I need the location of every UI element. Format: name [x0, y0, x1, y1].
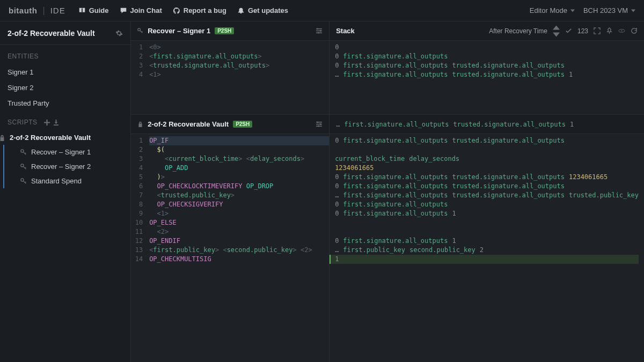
vm-dropdown[interactable]: BCH 2023 VM	[583, 6, 635, 14]
stack-row: 1234061665	[335, 164, 639, 173]
header-links: GuideJoin ChatReport a bugGet updates	[78, 6, 288, 14]
svg-point-5	[320, 30, 321, 32]
lock-script-editor: 2-of-2 Recoverable Vault P2SH 1234567891…	[131, 115, 330, 362]
scenario-label[interactable]: After Recovery Time	[489, 27, 547, 35]
editor-mode-dropdown[interactable]: Editor Mode	[530, 6, 575, 14]
scripts-label-text: SCRIPTS	[8, 119, 38, 126]
stack-header: Stack After Recovery Time 123	[330, 21, 644, 41]
key-icon	[20, 164, 27, 170]
project-title-row: 2-of-2 Recoverable Vault	[0, 21, 130, 45]
entities-section-label: ENTITIES	[0, 45, 130, 64]
vm-label: BCH 2023 VM	[583, 6, 628, 14]
entity-item[interactable]: Signer 1	[0, 64, 130, 80]
stack-viewer: Stack After Recovery Time 123	[330, 21, 644, 114]
svg-point-4	[317, 28, 318, 29]
stack-count: 123	[577, 27, 588, 35]
bell-icon	[237, 7, 245, 14]
project-title: 2-of-2 Recoverable Vault	[8, 29, 115, 38]
lock-script-title: 2-of-2 Recoverable Vault	[148, 120, 229, 128]
download-icon[interactable]	[53, 120, 59, 125]
stack-row: … first.signature.all_outputs trusted.si…	[335, 191, 639, 200]
logo: bitauth	[9, 6, 38, 15]
link-icon[interactable]	[618, 27, 625, 34]
editor-area: Recover – Signer 1 P2SH 1234 <0><first.s…	[131, 21, 644, 362]
svg-point-6	[318, 32, 319, 34]
main-layout: 2-of-2 Recoverable Vault ENTITIES Signer…	[0, 21, 644, 362]
header-link-guide[interactable]: Guide	[78, 6, 109, 14]
editor-mode-label: Editor Mode	[530, 6, 567, 14]
entity-item[interactable]: Trusted Party	[0, 95, 130, 111]
script-parent-item[interactable]: 2-of-2 Recoverable Vault	[0, 130, 130, 145]
unlock-script-title: Recover – Signer 1	[148, 27, 210, 35]
expand-icon[interactable]	[594, 27, 601, 34]
plus-icon[interactable]	[44, 120, 50, 125]
unlock-script-editor: Recover – Signer 1 P2SH 1234 <0><first.s…	[131, 21, 330, 114]
header-link-join-chat[interactable]: Join Chat	[120, 6, 162, 14]
svg-point-11	[318, 125, 319, 127]
book-icon	[78, 7, 86, 14]
logo-divider: |	[43, 6, 45, 16]
stack-row: 0 first.signature.all_outputs 1	[335, 237, 639, 246]
lock-code-body[interactable]: 1234567891011121314 OP_IF $( <current_bl…	[131, 134, 329, 362]
chevron-down-icon	[570, 9, 575, 13]
chevron-down-icon	[631, 9, 635, 13]
header-link-label: Guide	[89, 6, 109, 14]
lock-stack-viewer: … first.signature.all_outputs trusted.si…	[330, 115, 644, 362]
p2sh-badge: P2SH	[233, 121, 252, 128]
stack-row: 1	[330, 255, 639, 264]
github-icon	[173, 7, 180, 14]
stack-row: 0 first.signature.all_outputs 1	[335, 209, 639, 218]
gear-icon[interactable]	[115, 29, 123, 37]
svg-point-10	[320, 123, 321, 125]
stack-row: 0 first.signature.all_outputs trusted.si…	[335, 136, 639, 145]
settings-icon[interactable]	[316, 27, 323, 34]
unlock-code-body[interactable]: 1234 <0><first.signature.all_outputs><tr…	[131, 41, 329, 114]
header-link-label: Get updates	[248, 6, 288, 14]
stack-row: … first.signature.all_outputs trusted.si…	[335, 70, 639, 79]
script-parent-label: 2-of-2 Recoverable Vault	[10, 134, 91, 142]
pin-icon[interactable]	[606, 27, 613, 34]
stack-row: 0 first.signature.all_outputs trusted.si…	[335, 182, 639, 191]
stack-row: 0 first.signature.all_outputs trusted.si…	[335, 173, 639, 182]
stack-summary-row: … first.signature.all_outputs trusted.si…	[330, 115, 644, 134]
stack-row: 0	[335, 43, 639, 52]
p2sh-badge: P2SH	[215, 27, 234, 34]
unlock-script-header: Recover – Signer 1 P2SH	[131, 21, 329, 41]
app-header: bitauth | IDE GuideJoin ChatReport a bug…	[0, 0, 644, 21]
stack-row: 0 first.signature.all_outputs	[335, 200, 639, 209]
key-icon	[20, 178, 27, 184]
stack-row: 0 first.signature.all_outputs trusted.si…	[335, 61, 639, 70]
refresh-icon[interactable]	[631, 27, 638, 34]
scripts-section-label: SCRIPTS	[0, 111, 130, 130]
script-children: Recover – Signer 1Recover – Signer 2Stan…	[3, 145, 130, 188]
stack-row: current_block_time delay_seconds	[335, 154, 639, 164]
script-child-label: Recover – Signer 1	[31, 148, 91, 156]
header-right: Editor Mode BCH 2023 VM	[530, 6, 635, 14]
check-icon[interactable]	[565, 27, 572, 34]
svg-point-9	[317, 121, 318, 123]
stack-row: … first.public_key second.public_key 2	[335, 246, 639, 255]
entities-list: Signer 1Signer 2Trusted Party	[0, 64, 130, 111]
stack-label: Stack	[336, 27, 355, 35]
chat-icon	[120, 7, 127, 14]
script-child-item[interactable]: Recover – Signer 1	[10, 145, 130, 159]
script-child-label: Standard Spend	[31, 177, 82, 185]
header-link-label: Report a bug	[184, 6, 226, 14]
script-child-item[interactable]: Recover – Signer 2	[10, 159, 130, 174]
header-link-report-a-bug[interactable]: Report a bug	[173, 6, 226, 14]
svg-point-8	[621, 31, 623, 32]
sort-icon[interactable]	[553, 24, 560, 38]
sidebar: 2-of-2 Recoverable Vault ENTITIES Signer…	[0, 21, 131, 362]
header-link-get-updates[interactable]: Get updates	[237, 6, 288, 14]
lock-icon	[0, 135, 5, 141]
key-icon	[137, 28, 143, 34]
lock-script-header: 2-of-2 Recoverable Vault P2SH	[131, 115, 329, 134]
ide-label: IDE	[50, 6, 65, 15]
unlock-stack-body: 00 first.signature.all_outputs0 first.si…	[330, 41, 644, 114]
script-child-item[interactable]: Standard Spend	[10, 174, 130, 188]
stack-row: 0 first.signature.all_outputs	[335, 52, 639, 61]
script-child-label: Recover – Signer 2	[31, 162, 91, 171]
settings-icon[interactable]	[316, 121, 323, 128]
entity-item[interactable]: Signer 2	[0, 80, 130, 95]
lock-icon	[137, 121, 143, 127]
